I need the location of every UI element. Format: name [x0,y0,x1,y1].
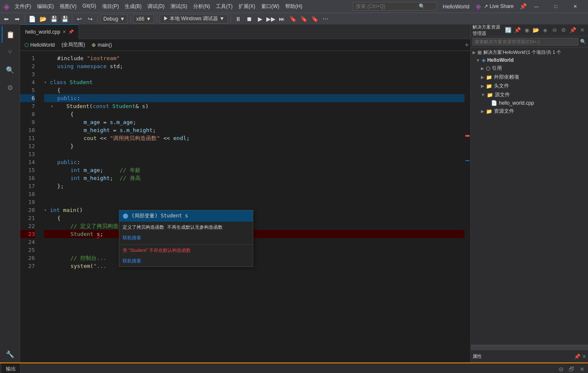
pin-icon[interactable]: 📌 [520,3,527,10]
output-tb-icon2[interactable]: 🗗 [567,366,576,373]
nav-project[interactable]: ⬡ HelloWorld [22,41,57,49]
tb-pause[interactable]: ⏸ [234,14,243,24]
tb-redo[interactable]: ↪ [86,14,95,24]
menu-test[interactable]: 测试(S) [168,2,190,11]
code-line-23: Student s; [44,230,465,238]
menu-project[interactable]: 项目(P) [100,2,121,11]
close-button[interactable]: ✕ [565,0,585,13]
menu-extensions[interactable]: 扩展(X) [236,2,258,11]
tb-stop[interactable]: ⏹ [244,14,254,24]
code-content[interactable]: #include "iostream" using namespace std;… [39,51,465,362]
vs-logo: ◈ [3,1,10,11]
sol-references[interactable]: ▶ ⬡ 引用 [471,64,588,73]
sidebar-item-explorer[interactable]: 📋 [2,26,18,43]
global-search-box[interactable]: 🔍 [353,2,437,11]
sol-scrollbar[interactable] [471,345,588,350]
sol-pin-icon[interactable]: 📌 [569,26,577,34]
ac-online-search-0[interactable]: 联机搜索 [119,233,253,243]
sol-close-icon[interactable]: ✕ [578,26,586,34]
menu-analyze[interactable]: 分析(N) [191,2,213,11]
sol-hello-world-cpp[interactable]: ▶ 📄 hello_world.cpp [471,99,588,107]
tb-undo[interactable]: ↩ [75,14,84,24]
left-sidebar: 📋 ⑂ 🔍 ⚙ 🔧 [0,24,20,362]
menu-edit[interactable]: 编辑(E) [34,2,56,11]
sol-tb-icon4[interactable]: 📂 [532,26,540,34]
liveshare-label: Live Share [490,3,514,9]
sol-tb-icon1[interactable]: 🔄 [504,26,512,34]
tb-more[interactable]: ⋯ [321,14,330,24]
run-debugger-button[interactable]: ▶ 本地 Windows 调试器 ▼ [160,14,228,24]
sidebar-item-git[interactable]: ⑂ [2,44,18,61]
tab-close-icon[interactable]: ✕ [63,29,66,34]
ac-item-0[interactable]: ⬤ (局部变量) Student s [119,210,253,222]
sol-external-deps[interactable]: ▶ 📁 外部依赖项 [471,73,588,82]
sol-root[interactable]: ▶ ⊞ 解决方案'HelloWorld'(1 个项目/共 1 个 [471,48,588,56]
tb-forward[interactable]: ➡ [13,14,22,24]
tb-new[interactable]: 📄 [27,14,37,24]
output-tb-icon3[interactable]: ✕ [578,366,586,373]
autocomplete-popup: ⬤ (局部变量) Student s 定义了拷贝构造函数 不再生成默认无参构造函… [119,210,253,267]
sidebar-item-search[interactable]: 🔍 [2,61,18,78]
tab-pin-icon[interactable]: 📌 [68,29,74,34]
sol-toolbar-icons: 🔄 📌 ◉ 📂 ◈ ⊖ ⚙ 📌 ✕ [504,26,586,34]
sol-settings-icon[interactable]: ⚙ [559,26,568,34]
global-search-input[interactable] [356,3,419,9]
tb-open[interactable]: 📂 [38,14,47,24]
tb-back[interactable]: ⬅ [2,14,11,24]
sol-tb-icon5[interactable]: ◈ [541,26,549,34]
solution-search-input[interactable] [472,38,578,45]
code-editor[interactable]: 1 2 3 4 5 6 7 8 9 10 11 12 13 14 15 16 1… [20,51,470,362]
nav-symbol[interactable]: ⊕ main() [89,41,114,49]
sol-res-label: 资源文件 [494,108,514,115]
output-tab-output[interactable]: 输出 [2,363,21,373]
menu-debug[interactable]: 调试(D) [145,2,167,11]
sol-tb-icon2[interactable]: 📌 [513,26,522,34]
liveshare-button[interactable]: ↗ Live Share [484,3,514,9]
nav-scope[interactable]: (全局范围) [59,40,87,49]
search-icon2: 🔍 [580,39,586,45]
debug-config-label: Debug [103,16,118,22]
search-icon: 🔍 [419,3,425,9]
menu-tools[interactable]: 工具(T) [213,2,235,11]
tb-bookmark[interactable]: 🔖 [288,14,297,24]
tb-bm2[interactable]: 🔖 [299,14,308,24]
tb-saveall[interactable]: 💾 [60,14,69,24]
sol-resource-files[interactable]: ▶ 📁 资源文件 [471,107,588,116]
tb-save[interactable]: 💾 [49,14,58,24]
menu-git[interactable]: Git(G) [80,2,99,11]
sol-tb-icon3[interactable]: ◉ [522,26,531,34]
nav-add-button[interactable]: + [465,41,469,49]
sol-header-files[interactable]: ▶ 📁 头文件 [471,82,588,90]
maximize-button[interactable]: □ [546,0,565,13]
debug-config-dropdown[interactable]: Debug ▼ [100,14,128,24]
tb-bm3[interactable]: 🔖 [310,14,319,24]
chevron-down-icon2: ▼ [146,16,151,22]
code-line-24 [44,238,465,246]
menu-view[interactable]: 视图(V) [57,2,79,11]
tab-hello-world-cpp[interactable]: hello_world.cpp ✕ 📌 [20,24,79,39]
minimize-button[interactable]: — [527,0,546,13]
menu-window[interactable]: 窗口(W) [259,2,282,11]
output-tb-icon1[interactable]: ⊖ [557,366,565,373]
sidebar-item-build[interactable]: ⚙ [2,79,18,96]
platform-dropdown[interactable]: x86 ▼ [133,14,154,24]
tb-step[interactable]: ▶ [255,14,265,24]
menu-file[interactable]: 文件(F) [12,2,34,11]
tb-step2[interactable]: ▶▶ [266,14,276,24]
props-pin-icon[interactable]: 📌 [574,354,580,360]
function-icon: ⊕ [92,42,96,48]
ac-online-search-1[interactable]: 联机搜索 [119,256,253,267]
scrollbar-track[interactable] [465,51,470,362]
ac-variable-icon: ⬤ [123,212,128,220]
nav-project-label: HelloWorld [30,42,55,48]
sol-source-files[interactable]: ▼ 📁 源文件 [471,90,588,99]
props-close-icon[interactable]: ✕ [582,354,586,360]
tb-step3[interactable]: ⏭ [277,14,286,24]
menu-help[interactable]: 帮助(H) [283,2,305,11]
menu-build[interactable]: 生成(B) [122,2,144,11]
sol-project[interactable]: ▼ ◈ HelloWorld [471,56,588,64]
ac-label-0: (局部变量) Student s [131,212,188,220]
sol-collapse-icon[interactable]: ⊖ [550,26,559,34]
sidebar-item-tools[interactable]: 🔧 [2,346,18,362]
code-line-14: public: [44,158,465,166]
